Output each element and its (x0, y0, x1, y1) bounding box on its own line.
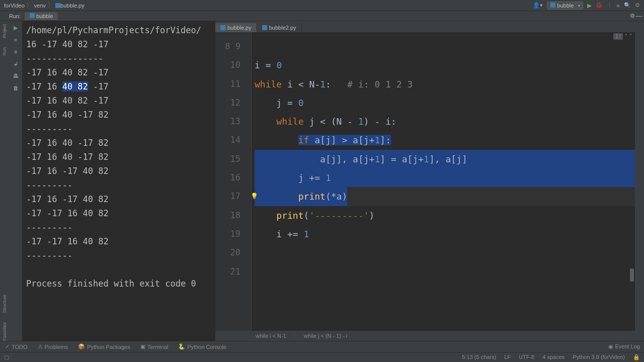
structure-tool[interactable]: Structure (2, 295, 7, 313)
python-file-icon (30, 13, 35, 18)
crumb-while-inner[interactable]: while j < (N - 1) - i (304, 333, 348, 339)
navigation-bar: forVideo 〉 venv 〉 bubble.py 👤▾ bubble ▶ … (0, 0, 644, 11)
run-settings-icon[interactable]: ⚙ (630, 13, 635, 19)
soft-wrap-icon[interactable]: ↲ (12, 60, 19, 67)
layout-icon[interactable]: ≡ (12, 48, 19, 55)
crumb-while-outer[interactable]: while i < N-1 (256, 333, 286, 339)
run-output[interactable]: /home/pl/PycharmProjects/forVideo/ 16 -1… (22, 21, 215, 341)
print-icon[interactable]: 🖶 (12, 72, 19, 79)
interpreter[interactable]: Python 3.8 (forVideo) (573, 354, 625, 360)
debug-button[interactable]: 🐞 (596, 2, 603, 9)
delete-icon[interactable]: 🗑 (12, 84, 19, 92)
problems-tab[interactable]: ⚠ Problems (33, 343, 73, 350)
run-tab[interactable]: bubble (25, 12, 58, 20)
lock-icon[interactable]: 🔒 (633, 354, 640, 360)
python-file-icon (55, 3, 60, 8)
run-toolbar: ▶ ■ ≡ ↲ 🖶 🗑 (9, 21, 22, 341)
python-packages-tab[interactable]: 📦 Python Packages (73, 343, 135, 350)
code-area[interactable]: i = 0while i < N-1: # i: 0 1 2 3 j = 0 w… (252, 32, 635, 331)
python-console-tab[interactable]: 🐍 Python Console (173, 343, 231, 350)
encoding[interactable]: UTF-8 (519, 354, 534, 360)
search-icon[interactable]: 🔍 (624, 2, 631, 9)
run-hide-icon[interactable]: — (635, 12, 642, 20)
fold-strip[interactable] (246, 32, 252, 331)
left-tool-strip: Project Run Structure Favorites (0, 21, 9, 341)
todo-tab[interactable]: ✓ TODO (0, 343, 33, 350)
run-button[interactable]: ▶ (587, 2, 592, 9)
run-panel: ▶ ■ ≡ ↲ 🖶 🗑 /home/pl/PycharmProjects/for… (9, 21, 215, 341)
run-config-dropdown[interactable]: bubble (547, 2, 583, 10)
python-file-icon (262, 25, 267, 30)
favorites-tool[interactable]: Favorites (2, 322, 7, 341)
more-run-icon[interactable]: ⋮ (607, 2, 612, 9)
event-log[interactable]: ◉ Event Log (608, 343, 640, 350)
stop-button[interactable]: ■ (616, 3, 620, 9)
python-file-icon (220, 25, 225, 30)
line-sep[interactable]: LF (504, 354, 511, 360)
right-tool-strip (635, 21, 644, 341)
run-label: Run: (9, 13, 21, 19)
bottom-tool-bar: ✓ TODO ⚠ Problems 📦 Python Packages ▣ Te… (0, 341, 644, 352)
stop-icon[interactable]: ■ (12, 36, 19, 43)
settings-icon[interactable]: ⚙ (635, 2, 640, 9)
editor: bubble.py bubble2.py 1 ! ˄ ˅ 8 9 10 11 1… (215, 21, 635, 341)
editor-breadcrumbs: while i < N-1 〉 while j < (N - 1) - i (215, 331, 635, 341)
user-icon[interactable]: 👤▾ (533, 2, 543, 9)
caret-position[interactable]: 5:13 (5 chars) (462, 354, 496, 360)
gutter[interactable]: 8 9 10 11 12 13 14 15 16 17 18 19 20 21 (215, 32, 246, 331)
crumb-file[interactable]: bubble.py (60, 3, 85, 9)
crumb-venv[interactable]: venv (34, 3, 46, 9)
project-tool[interactable]: Project (2, 24, 7, 38)
terminal-tab[interactable]: ▣ Terminal (135, 343, 174, 350)
crumb-project[interactable]: forVideo (4, 3, 25, 9)
run-tool[interactable]: Run (2, 47, 7, 56)
run-panel-header: Run: bubble ⚙ — (0, 11, 644, 21)
indent[interactable]: 4 spaces (542, 354, 565, 360)
tab-bubble2[interactable]: bubble2.py (257, 23, 302, 32)
tab-bubble[interactable]: bubble.py (215, 23, 257, 32)
editor-body[interactable]: 1 ! ˄ ˅ 8 9 10 11 12 13 14 15 16 17 18 1… (215, 32, 635, 331)
python-file-icon (550, 3, 555, 8)
window-toggle-icon[interactable]: ▢ (4, 354, 9, 360)
editor-tabs: bubble.py bubble2.py (215, 21, 635, 32)
rerun-icon[interactable]: ▶ (12, 24, 19, 31)
scrollbar[interactable] (629, 32, 635, 331)
status-bar: ▢ 5:13 (5 chars) LF UTF-8 4 spaces Pytho… (0, 352, 644, 362)
